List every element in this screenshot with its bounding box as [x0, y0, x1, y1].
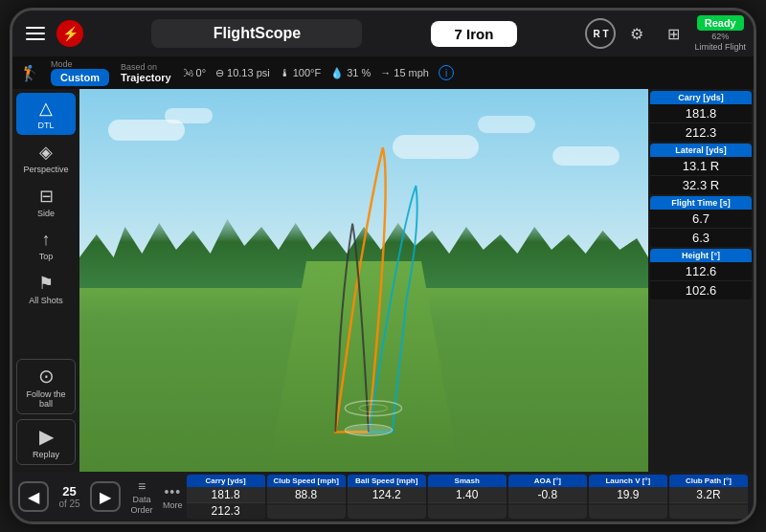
- bstat-ball-speed-header: Ball Speed [mph]: [348, 475, 426, 487]
- humidity-item: 💧 31 %: [330, 67, 371, 79]
- logo-icon: ⚡: [56, 20, 83, 47]
- golf-scene: [79, 89, 648, 472]
- battery-pct: 62%: [711, 32, 729, 41]
- perspective-label: Perspective: [23, 165, 68, 174]
- cloud-4: [478, 116, 535, 133]
- perspective-icon: ◈: [39, 142, 53, 163]
- bottom-stats: Carry [yds] 181.8 212.3 Club Speed [mph]…: [187, 475, 748, 519]
- follow-icon: ⊙: [38, 365, 55, 388]
- height-header: Height [°]: [650, 249, 752, 262]
- top-icon: ↑: [42, 230, 51, 250]
- side-label: Side: [37, 209, 55, 218]
- settings-button[interactable]: ⚙: [621, 18, 652, 49]
- pressure-item: ⊖ 10.13 psi: [215, 67, 270, 79]
- bstat-aoa: AOA [°] -0.8: [508, 475, 587, 519]
- club-selector[interactable]: 7 Iron: [431, 21, 517, 47]
- center-3d-view: [79, 89, 648, 472]
- flight-time-val1: 6.7: [650, 210, 752, 229]
- main-content: △ DTL ◈ Perspective ⊟ Side ↑ Top ⚑ All S…: [12, 89, 754, 472]
- bstat-club-path: Club Path [°] 3.2R: [669, 475, 748, 519]
- temp-icon: 🌡: [280, 67, 290, 78]
- view-side[interactable]: ⊟ Side: [16, 181, 76, 223]
- all-shots-icon: ⚑: [38, 273, 54, 294]
- more-label: More: [163, 500, 183, 510]
- bottom-bar: ◀ 25 of 25 ▶ ≡ Data Order ••• More Carry…: [12, 472, 754, 521]
- replay-button[interactable]: ▶ Replay: [16, 419, 76, 465]
- bstat-club-path-empty: [669, 503, 748, 505]
- height-val2: 102.6: [650, 281, 752, 299]
- prev-button[interactable]: ◀: [18, 481, 49, 512]
- shot-counter-area: 25 of 25: [53, 484, 86, 509]
- bstat-club-speed: Club Speed [mph] 88.8: [267, 475, 346, 519]
- data-order-label: Data: [132, 495, 150, 504]
- bstat-carry-val1: 181.8: [187, 487, 265, 503]
- weather-items: 🌬 0° ⊖ 10.13 psi 🌡 100°F 💧 31 % → 15 mph…: [183, 65, 454, 80]
- bstat-smash-empty: [428, 503, 507, 505]
- cloud-3: [393, 135, 479, 159]
- shot-current: 25: [53, 484, 86, 499]
- rt-badge[interactable]: R T: [585, 18, 616, 49]
- view-dtl[interactable]: △ DTL: [16, 93, 76, 135]
- bstat-aoa-empty: [508, 503, 587, 505]
- info-button[interactable]: i: [439, 65, 454, 80]
- stat-lateral: Lateral [yds] 13.1 R 32.3 R: [650, 144, 752, 194]
- top-label: Top: [39, 252, 54, 261]
- stat-carry: Carry [yds] 181.8 212.3: [650, 91, 752, 142]
- data-order-button[interactable]: ≡ Data Order: [124, 478, 159, 515]
- bstat-smash: Smash 1.40: [428, 475, 507, 519]
- view-top[interactable]: ↑ Top: [16, 225, 76, 266]
- humidity-icon: 💧: [330, 67, 344, 79]
- data-order-icon: ≡: [138, 478, 146, 494]
- replay-label: Replay: [33, 450, 59, 459]
- stat-flight-time: Flight Time [s] 6.7 6.3: [650, 196, 752, 247]
- bstat-club-path-header: Club Path [°]: [669, 475, 748, 487]
- lateral-header: Lateral [yds]: [650, 144, 752, 157]
- next-button[interactable]: ▶: [90, 481, 121, 512]
- bstat-launch-v-header: Launch V [°]: [589, 475, 667, 487]
- bstat-launch-v-val: 19.9: [589, 487, 667, 503]
- dtl-icon: △: [39, 98, 53, 119]
- mode-button[interactable]: Custom: [51, 69, 109, 86]
- bstat-ball-speed-empty: [348, 503, 426, 505]
- bstat-ball-speed: Ball Speed [mph] 124.2: [348, 475, 426, 519]
- right-stats: Carry [yds] 181.8 212.3 Lateral [yds] 13…: [648, 89, 754, 472]
- wind-speed-icon: →: [380, 67, 391, 78]
- more-button[interactable]: ••• More: [163, 484, 183, 510]
- menu-button[interactable]: [20, 18, 51, 49]
- trajectory-label: Trajectory: [121, 72, 171, 83]
- mode-bar: 🏌 Mode Custom Based on Trajectory 🌬 0° ⊖…: [12, 56, 754, 89]
- wind-item: → 15 mph: [380, 67, 429, 78]
- carry-header: Carry [yds]: [650, 91, 752, 104]
- bstat-launch-v: Launch V [°] 19.9: [589, 475, 667, 519]
- mode-icon: 🏌: [20, 64, 39, 82]
- view-perspective[interactable]: ◈ Perspective: [16, 137, 76, 179]
- bstat-carry-val2: 212.3: [187, 503, 265, 519]
- bstat-carry-header: Carry [yds]: [187, 475, 265, 487]
- carry-val2: 212.3: [650, 123, 752, 142]
- bstat-club-path-val: 3.2R: [669, 487, 748, 503]
- bstat-aoa-val: -0.8: [508, 487, 587, 503]
- pressure-icon: ⊖: [215, 67, 224, 79]
- shot-total: of 25: [58, 499, 79, 509]
- flight-label: Limited Flight: [694, 42, 746, 52]
- temperature-item: 🌡 100°F: [280, 67, 321, 78]
- all-shots-label: All Shots: [29, 296, 63, 305]
- bstat-club-speed-header: Club Speed [mph]: [267, 475, 346, 487]
- cloud-2: [165, 108, 213, 123]
- trajectory-section: Based on Trajectory: [121, 62, 171, 83]
- bstat-ball-speed-val: 124.2: [348, 487, 426, 503]
- bstat-aoa-header: AOA [°]: [508, 475, 587, 487]
- stat-height: Height [°] 112.6 102.6: [650, 249, 752, 299]
- battery-area: Ready 62% Limited Flight: [694, 15, 746, 52]
- ready-badge: Ready: [697, 15, 744, 31]
- tablet-shell: ⚡ FlightScope 7 Iron R T ⚙ ⊞ Ready 62% L…: [10, 8, 756, 524]
- follow-ball-button[interactable]: ⊙ Follow the ball: [16, 359, 76, 414]
- view-all-shots[interactable]: ⚑ All Shots: [16, 268, 76, 310]
- grid-button[interactable]: ⊞: [658, 18, 688, 49]
- top-bar: ⚡ FlightScope 7 Iron R T ⚙ ⊞ Ready 62% L…: [12, 11, 754, 56]
- wind-icon: 🌬: [183, 67, 193, 78]
- side-icon: ⊟: [39, 186, 54, 207]
- flight-time-val2: 6.3: [650, 229, 752, 247]
- lateral-val1: 13.1 R: [650, 157, 752, 176]
- flight-time-header: Flight Time [s]: [650, 196, 752, 210]
